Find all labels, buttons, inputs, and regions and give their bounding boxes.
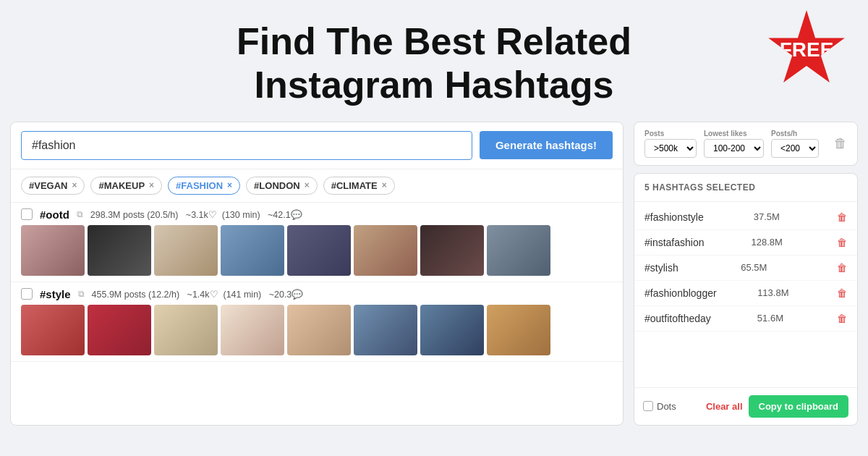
selected-header: 5 HASHTAGS SELECTED (634, 174, 857, 202)
external-link-icon-style[interactable]: ⧉ (78, 289, 85, 299)
selected-item-stylish: #stylish 65.5M 🗑 (634, 256, 857, 281)
delete-fashionstyle-icon[interactable]: 🗑 (837, 211, 847, 223)
hashtag-image (287, 225, 351, 276)
hashtag-image (154, 305, 218, 355)
selected-tag-fashionstyle: #fashionstyle (644, 211, 704, 223)
header: Find The Best Related Instagram Hashtags… (0, 0, 868, 122)
hashtag-image (221, 225, 284, 276)
selected-list: #fashionstyle 37.5M 🗑 #instafashion 128.… (634, 202, 857, 387)
hashtag-meta-style: #style ⧉ 455.9M posts (12.2/h) ~1.4k♡ (1… (21, 288, 613, 300)
main-title: Find The Best Related Instagram Hashtags (14, 20, 854, 107)
generate-button[interactable]: Generate hashtags! (480, 131, 613, 159)
likes-filter-label: Lowest likes (704, 130, 764, 138)
hashtag-images-style (21, 305, 613, 355)
likes-filter-group: Lowest likes 100-200 (704, 130, 764, 158)
selected-count-stylish: 65.5M (741, 262, 767, 273)
filter-tag-london[interactable]: #LONDON × (246, 177, 318, 195)
search-input[interactable] (21, 131, 472, 160)
hashtag-row-ootd: #ootd ⧉ 298.3M posts (20.5/h) ~3.1k♡ (13… (11, 203, 623, 282)
clear-all-button[interactable]: Clear all (706, 401, 743, 412)
selected-count-fashionstyle: 37.5M (754, 211, 780, 222)
hashtag-image (221, 305, 284, 355)
external-link-icon-ootd[interactable]: ⧉ (77, 209, 83, 219)
hashtag-image (88, 225, 151, 276)
filter-controls: Posts >500k Lowest likes 100-200 Posts/h… (634, 122, 858, 166)
hashtag-image (154, 225, 218, 276)
selected-tag-instafashion: #instafashion (644, 237, 705, 248)
filter-trash-icon[interactable]: 🗑 (834, 136, 847, 151)
delete-stylish-icon[interactable]: 🗑 (837, 262, 847, 274)
hashtag-checkbox-ootd[interactable] (21, 208, 33, 220)
selected-item-outfitoftheday: #outfitoftheday 51.6M 🗑 (634, 306, 857, 332)
selected-item-fashionblogger: #fashionblogger 113.8M 🗑 (634, 281, 857, 306)
left-panel: Generate hashtags! #VEGAN × #MAKEUP × #F… (10, 122, 624, 426)
hashtag-image (354, 305, 417, 355)
dots-checkbox[interactable] (643, 401, 653, 411)
selected-count-outfitoftheday: 51.6M (757, 313, 783, 324)
hashtag-stats-style: 455.9M posts (12.2/h) ~1.4k♡ (141 min) ~… (92, 289, 304, 300)
hashtag-checkbox-style[interactable] (21, 288, 33, 300)
hashtag-name-style: #style (40, 288, 71, 300)
hashtag-image (287, 305, 351, 355)
copy-clipboard-button[interactable]: Copy to clipboard (749, 395, 849, 418)
selected-item-instafashion: #instafashion 128.8M 🗑 (634, 230, 857, 256)
hashtag-image (88, 305, 151, 355)
selected-count-instafashion: 128.8M (752, 237, 783, 248)
hashtag-images-ootd (21, 225, 613, 276)
selected-tag-stylish: #stylish (644, 262, 678, 274)
hashtag-name-ootd: #ootd (40, 208, 69, 221)
hashtag-image (21, 305, 85, 355)
selected-tag-fashionblogger: #fashionblogger (644, 287, 717, 299)
filter-tag-vegan[interactable]: #VEGAN × (21, 177, 85, 195)
dots-label: Dots (657, 401, 676, 412)
hashtag-image (420, 225, 484, 276)
postsh-filter-select[interactable]: <200 (771, 139, 819, 158)
selected-count-fashionblogger: 113.8M (757, 287, 788, 298)
hashtag-stats-ootd: 298.3M posts (20.5/h) ~3.1k♡ (130 min) ~… (90, 209, 302, 220)
hashtag-image (487, 225, 550, 276)
delete-fashionblogger-icon[interactable]: 🗑 (837, 287, 847, 299)
filter-tag-makeup[interactable]: #MAKEUP × (90, 177, 162, 195)
posts-filter-select[interactable]: >500k (644, 139, 697, 158)
delete-instafashion-icon[interactable]: 🗑 (837, 237, 847, 248)
hashtag-image (420, 305, 484, 355)
filter-tag-fashion[interactable]: #FASHION × (168, 177, 240, 195)
dots-checkbox-group: Dots (643, 401, 676, 412)
main-area: Generate hashtags! #VEGAN × #MAKEUP × #F… (0, 122, 868, 426)
selected-footer: Dots Clear all Copy to clipboard (634, 387, 857, 425)
postsh-filter-group: Posts/h <200 (771, 130, 819, 158)
hashtag-row-style: #style ⧉ 455.9M posts (12.2/h) ~1.4k♡ (1… (11, 282, 623, 362)
search-bar: Generate hashtags! (11, 122, 623, 169)
filter-tag-row: #VEGAN × #MAKEUP × #FASHION × #LONDON × … (11, 169, 623, 203)
hashtag-meta-ootd: #ootd ⧉ 298.3M posts (20.5/h) ~3.1k♡ (13… (21, 208, 613, 221)
posts-filter-group: Posts >500k (644, 130, 697, 158)
hashtag-image (21, 225, 85, 276)
hashtag-image (354, 225, 417, 276)
filter-tag-climate[interactable]: #CLIMATE × (323, 177, 395, 195)
selected-item-fashionstyle: #fashionstyle 37.5M 🗑 (634, 205, 857, 230)
selected-panel: 5 HASHTAGS SELECTED #fashionstyle 37.5M … (634, 173, 858, 426)
selected-tag-outfitoftheday: #outfitoftheday (644, 313, 711, 324)
delete-outfitoftheday-icon[interactable]: 🗑 (837, 313, 847, 324)
hashtag-image (487, 305, 550, 355)
results-area: #ootd ⧉ 298.3M posts (20.5/h) ~3.1k♡ (13… (11, 203, 623, 426)
posts-filter-label: Posts (644, 130, 697, 138)
right-panel: Posts >500k Lowest likes 100-200 Posts/h… (634, 122, 858, 426)
likes-filter-select[interactable]: 100-200 (704, 139, 764, 158)
postsh-filter-label: Posts/h (771, 130, 819, 138)
